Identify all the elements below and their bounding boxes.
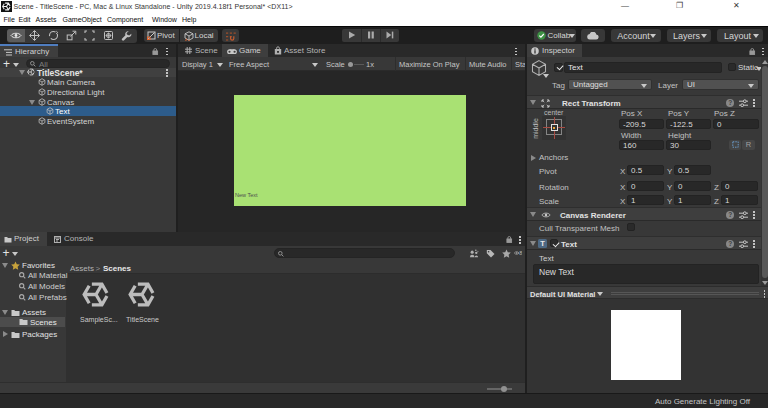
svg-text:8: 8 [519, 250, 522, 256]
